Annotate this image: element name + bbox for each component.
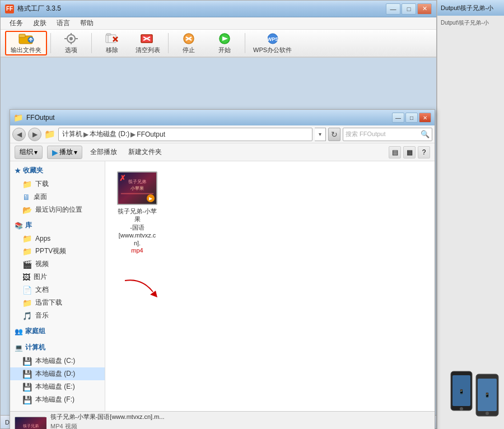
clear-list-label: 清空列表 — [136, 46, 160, 54]
forward-button[interactable]: ▶ — [28, 128, 41, 141]
explorer-close-button[interactable]: ✕ — [419, 113, 431, 123]
play-all-button[interactable]: 全部播放 — [87, 146, 120, 159]
sidebar-item-video[interactable]: 🎬 视频 — [10, 258, 105, 271]
sidebar-item-music[interactable]: 🎵 音乐 — [10, 309, 105, 322]
sidebar-item-desktop[interactable]: 🖥 桌面 — [10, 190, 105, 203]
computer-label: 计算机 — [25, 343, 45, 352]
thunder-label: 迅雷下载 — [35, 298, 62, 307]
back-button[interactable]: ◀ — [12, 128, 26, 141]
drive-d-label: 本地磁盘 (D:) — [35, 369, 75, 379]
sidebar-item-documents[interactable]: 📄 文档 — [10, 283, 105, 296]
svg-point-4 — [69, 37, 73, 40]
menu-task[interactable]: 任务 — [5, 17, 27, 29]
wps-button[interactable]: WPS WPS办公软件 — [249, 31, 296, 55]
new-folder-button[interactable]: 新建文件夹 — [125, 146, 165, 159]
sidebar-item-recent[interactable]: 📂 最近访问的位置 — [10, 203, 105, 216]
status-info: 筷子兄弟-小苹果-国语[www.mtvxz.cn].m... MP4 视频 长度… — [50, 413, 430, 430]
sidebar-item-thunder[interactable]: 📁 迅雷下载 — [10, 296, 105, 309]
path-computer: 计算机 — [62, 129, 82, 139]
toolbar-separator-2 — [91, 33, 92, 53]
play-dropdown-icon: ▾ — [74, 148, 77, 156]
sidebar-item-pictures[interactable]: 🖼 图片 — [10, 271, 105, 283]
file-item-mp4[interactable]: 筷子兄弟 小苹果 ✗ ▶ 筷子兄弟-小苹果-国语[www.mtvxz.cn]. … — [112, 168, 162, 257]
output-folder-label: 输出文件夹 — [11, 46, 41, 54]
svg-rect-11 — [106, 34, 111, 35]
explorer-title-bar: 📁 FFOutput — □ ✕ — [10, 110, 435, 125]
explorer-minimize-button[interactable]: — — [392, 113, 404, 123]
remove-icon — [104, 32, 120, 45]
svg-rect-27 — [121, 193, 153, 194]
explorer-toolbar-right: ▤ ▦ ? — [389, 146, 430, 158]
view-toggle-button[interactable]: ▤ — [389, 146, 401, 158]
sidebar-item-pptv[interactable]: 📁 PPTV视频 — [10, 245, 105, 258]
address-path-bar[interactable]: 计算机 ▶ 本地磁盘 (D:) ▶ FFOutput — [58, 128, 312, 141]
explorer-title-left: 📁 FFOutput — [13, 113, 55, 122]
help-button[interactable]: ? — [418, 146, 430, 158]
file-explorer-window: 📁 FFOutput — □ ✕ ◀ ▶ 📁 计算机 ▶ 本地磁盘 (D:) — [10, 109, 435, 429]
sidebar-item-drive-f[interactable]: 💾 本地磁盘 (F:) — [10, 393, 105, 406]
main-toolbar: 输出文件夹 选项 — [1, 30, 436, 58]
sidebar-item-drive-c[interactable]: 💾 本地磁盘 (C:) — [10, 355, 105, 367]
path-sep-2: ▶ — [130, 130, 136, 138]
play-button[interactable]: ▶ 播放 ▾ — [47, 146, 82, 159]
explorer-maximize-button[interactable]: □ — [405, 113, 418, 123]
menu-help[interactable]: 帮助 — [76, 17, 98, 29]
right-panel-content: Dutput\筷子兄弟-小 📱 📱 — [437, 16, 504, 429]
start-button[interactable]: 开始 — [208, 31, 241, 55]
search-icon: 🔍 — [421, 130, 430, 138]
svg-text:WPS: WPS — [267, 36, 278, 42]
music-label: 音乐 — [35, 311, 49, 320]
svg-text:📱: 📱 — [484, 392, 490, 398]
sidebar-library-header[interactable]: 📚 库 — [10, 218, 105, 232]
explorer-title-controls: — □ ✕ — [392, 113, 431, 123]
homegroup-label: 家庭组 — [25, 327, 45, 336]
menu-skin[interactable]: 皮肤 — [29, 17, 51, 29]
address-bar: ◀ ▶ 📁 计算机 ▶ 本地磁盘 (D:) ▶ FFOutput ▾ ↻ 搜索 … — [10, 125, 435, 143]
sidebar-item-apps[interactable]: 📁 Apps — [10, 232, 105, 245]
main-content-area: 📁 FFOutput — □ ✕ ◀ ▶ 📁 计算机 ▶ 本地磁盘 (D:) — [1, 58, 436, 415]
address-dropdown-button[interactable]: ▾ — [315, 128, 326, 141]
sidebar-item-drive-d[interactable]: 💾 本地磁盘 (D:) — [10, 367, 105, 380]
options-button[interactable]: 选项 — [54, 31, 88, 55]
organize-button[interactable]: 组织 ▾ — [15, 146, 43, 159]
organize-label: 组织 — [20, 147, 33, 157]
stop-button[interactable]: 停止 — [172, 31, 206, 55]
path-sep-1: ▶ — [83, 130, 88, 138]
pictures-label: 图片 — [34, 272, 47, 282]
output-folder-button[interactable]: 输出文件夹 — [5, 31, 47, 55]
download-label: 下载 — [35, 179, 49, 189]
status-thumbnail: 筷子兄弟 小苹果 — [15, 417, 46, 430]
svg-rect-8 — [76, 38, 78, 39]
sidebar-homegroup-header[interactable]: 👥 家庭组 — [10, 324, 105, 338]
computer-icon: 💻 — [15, 344, 23, 352]
remove-button[interactable]: 移除 — [95, 31, 129, 55]
status-type: MP4 视频 — [50, 422, 430, 430]
view-mode-button[interactable]: ▦ — [403, 146, 416, 158]
music-folder-icon: 🎵 — [22, 311, 32, 320]
search-box[interactable]: 搜索 FFOutput 🔍 — [343, 128, 432, 141]
toolbar-separator-4 — [245, 33, 245, 53]
sidebar-computer-header[interactable]: 💻 计算机 — [10, 341, 105, 355]
sidebar: ★ 收藏夹 📁 下载 🖥 桌面 📂 最近访 — [10, 161, 105, 411]
svg-rect-5 — [71, 33, 72, 35]
svg-text:筷子兄弟: 筷子兄弟 — [23, 424, 39, 428]
svg-point-34 — [460, 407, 463, 411]
minimize-button[interactable]: — — [386, 3, 400, 15]
menu-language[interactable]: 语言 — [52, 17, 74, 29]
sidebar-favorites-header[interactable]: ★ 收藏夹 — [10, 164, 105, 178]
sidebar-item-drive-e[interactable]: 💾 本地磁盘 (E:) — [10, 380, 105, 393]
file-ext-text: mp4 — [131, 247, 143, 254]
close-button[interactable]: ✕ — [417, 3, 432, 15]
clear-list-button[interactable]: 清空列表 — [131, 31, 165, 55]
maximize-button[interactable]: □ — [402, 3, 416, 15]
documents-folder-icon: 📄 — [22, 286, 32, 295]
refresh-button[interactable]: ↻ — [328, 128, 340, 141]
start-label: 开始 — [218, 46, 231, 54]
apps-label: Apps — [35, 235, 50, 243]
options-icon — [63, 32, 79, 45]
apps-folder-icon: 📁 — [22, 234, 32, 243]
sidebar-item-download[interactable]: 📁 下载 — [10, 178, 105, 190]
right-panel-path: Dutput\筷子兄弟-小 — [440, 18, 502, 28]
status-filename: 筷子兄弟-小苹果-国语[www.mtvxz.cn].m... — [50, 413, 430, 421]
wps-label: WPS办公软件 — [253, 46, 292, 54]
